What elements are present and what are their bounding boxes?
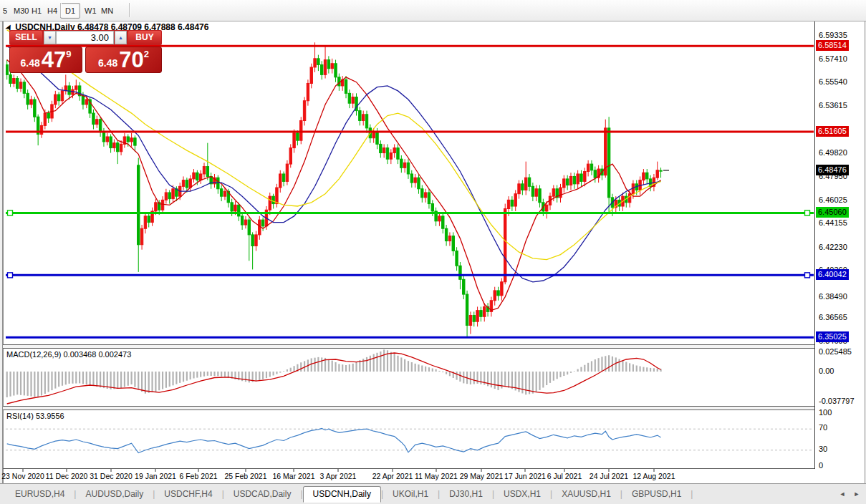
price-line-label: 6.35025 [816, 331, 849, 342]
toolbar-separator [60, 3, 61, 17]
price-tick-label: 6.44155 [819, 218, 847, 227]
date-tick-label: 11 Dec 2020 [46, 472, 88, 480]
chart-tab-audusd[interactable]: AUDUSD,Daily [76, 487, 153, 501]
price-tick-label: 6.55540 [819, 77, 847, 86]
price-tick-label: 6.57410 [819, 54, 847, 63]
volume-increase-button[interactable]: ▲ [115, 31, 127, 44]
buy-button[interactable]: BUY [128, 31, 161, 44]
chart-tab-ukoil[interactable]: UKOil,H1 [383, 487, 438, 501]
date-tick-label: 3 Apr 2021 [320, 472, 357, 480]
buy-price-box[interactable]: 6.48 70 2 [85, 47, 162, 73]
trade-panel-top-row: SELL ▼ ▲ BUY [9, 30, 162, 45]
volume-decrease-button[interactable]: ▼ [44, 31, 56, 44]
chart-tab-usdx[interactable]: USDX,H1 [494, 487, 550, 501]
date-tick-label: 6 Feb 2021 [179, 472, 217, 480]
chart-tab-bar: EURUSD,H4|AUDUSD,Daily|USDCHF,H4|USDCAD,… [0, 483, 866, 504]
sell-price-prefix: 6.48 [21, 57, 40, 69]
chart-tab-dj30[interactable]: DJ30,H1 [440, 487, 492, 501]
date-tick-label: 11 May 2021 [415, 472, 458, 480]
chart-tab-eurusd[interactable]: EURUSD,H4 [6, 487, 74, 501]
price-line-label: 6.58514 [816, 40, 849, 51]
price-line-label: 6.45060 [816, 207, 849, 218]
chart-tab-xauusd[interactable]: XAUUSD,H1 [552, 487, 620, 501]
rsi-tick-label: 0 [819, 461, 823, 470]
price-tick-label: 6.49820 [819, 148, 847, 157]
buy-price-big: 70 [119, 50, 143, 70]
price-tick-label: 6.42230 [819, 243, 847, 251]
macd-tick-label: -0.037797 [819, 397, 855, 405]
macd-tick-label: 0.00 [819, 367, 834, 375]
chart-canvas[interactable] [0, 0, 866, 504]
price-tick-label: 6.46025 [819, 195, 847, 204]
tab-separator: | [691, 489, 693, 499]
chart-tab-usdcnh[interactable]: USDCNH,Daily [303, 486, 381, 503]
timeframe-button-h4[interactable]: H4 [42, 3, 62, 19]
pane-splitter[interactable] [3, 406, 863, 410]
date-tick-label: 29 May 2021 [460, 472, 504, 480]
volume-input[interactable] [56, 31, 114, 44]
timeframe-toolbar: 5M30H1H4D1W1MN [0, 0, 866, 21]
macd-tick-label: 0.025485 [819, 347, 852, 356]
sell-button[interactable]: SELL [10, 31, 42, 44]
toolbar-separator [129, 3, 130, 17]
date-tick-label: 31 Dec 2020 [90, 472, 133, 480]
timeframe-button-d1[interactable]: D1 [60, 3, 80, 19]
date-tick-label: 23 Nov 2020 [1, 472, 44, 480]
date-tick-label: 16 Mar 2021 [273, 472, 315, 480]
one-click-trading-panel: SELL ▼ ▲ BUY 6.48 47 9 6.48 70 2 [9, 30, 162, 73]
date-tick-label: 25 Feb 2021 [225, 472, 267, 480]
sell-price-sup: 9 [66, 49, 71, 59]
timeframe-button-mn[interactable]: MN [96, 3, 118, 19]
buy-price-prefix: 6.48 [98, 57, 117, 69]
tab-scroll-left-icon[interactable]: ◄ [837, 488, 848, 500]
price-line-label: 6.51605 [816, 126, 849, 137]
buy-price-sup: 2 [144, 49, 149, 59]
price-tick-label: 6.53615 [819, 101, 847, 110]
price-tick-label: 6.38490 [819, 292, 847, 301]
chart-tab-usdchf[interactable]: USDCHF,H4 [155, 487, 221, 501]
macd-indicator-label: MACD(12,26,9) 0.003468 0.002473 [6, 350, 131, 359]
date-axis[interactable]: 23 Nov 202011 Dec 202031 Dec 202019 Jan … [0, 469, 866, 483]
date-tick-label: 24 Jul 2021 [590, 472, 628, 480]
sell-price-box[interactable]: 6.48 47 9 [9, 47, 82, 73]
price-line-label: 6.40042 [816, 269, 849, 280]
pane-splitter[interactable] [3, 344, 863, 349]
date-tick-label: 19 Jan 2021 [135, 472, 176, 480]
tab-scroll-right-icon[interactable]: ► [851, 488, 862, 500]
price-line-label: 6.48476 [816, 165, 849, 175]
rsi-tick-label: 70 [819, 423, 827, 432]
date-tick-label: 22 Apr 2021 [372, 472, 413, 480]
rsi-tick-label: 30 [819, 445, 827, 453]
rsi-indicator-label: RSI(14) 53.9556 [6, 412, 64, 420]
chart-tab-gbpusd[interactable]: GBPUSD,H1 [622, 487, 691, 501]
chart-tab-usdcad[interactable]: USDCAD,Daily [224, 487, 301, 501]
date-tick-label: 17 Jun 2021 [504, 472, 546, 480]
price-tick-label: 6.59335 [819, 31, 847, 39]
sell-price-big: 47 [42, 50, 66, 70]
rsi-tick-label: 100 [819, 408, 832, 417]
date-tick-label: 6 Jul 2021 [547, 472, 582, 480]
date-tick-label: 12 Aug 2021 [633, 472, 675, 480]
price-chart-svg [0, 0, 866, 504]
price-tick-label: 6.36565 [819, 313, 847, 321]
